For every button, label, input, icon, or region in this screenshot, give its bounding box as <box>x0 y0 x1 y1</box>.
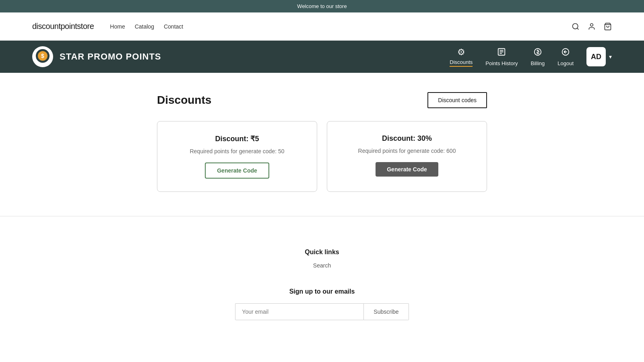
points-history-nav-label: Points History <box>485 60 518 66</box>
discounts-header: Discounts Discount codes <box>157 92 487 108</box>
promo-nav: ⚙ Discounts Points History <box>450 47 612 67</box>
billing-nav-item[interactable]: Billing <box>531 47 545 66</box>
signup-title: Sign up to our emails <box>32 288 612 295</box>
promo-bar-title: STAR PROMO POINTS <box>60 51 161 62</box>
catalog-link[interactable]: Catalog <box>135 23 154 30</box>
nav-icons <box>572 23 612 31</box>
main-nav: discountpointstore Home Catalog Contact <box>0 12 644 41</box>
logout-nav-item[interactable]: Logout <box>557 47 574 66</box>
svg-point-0 <box>573 23 578 29</box>
discount-card-5: Discount: ₹5 Required points for generat… <box>157 121 317 192</box>
quick-links-title: Quick links <box>32 249 612 256</box>
nav-left: discountpointstore Home Catalog Contact <box>32 22 183 31</box>
logout-icon <box>561 47 570 59</box>
avatar: AD <box>586 47 606 66</box>
nav-links: Home Catalog Contact <box>110 23 183 30</box>
discount-cards: Discount: ₹5 Required points for generat… <box>157 121 487 192</box>
discount-card-5-title: Discount: ₹5 <box>215 134 259 143</box>
discounts-nav-item[interactable]: ⚙ Discounts <box>450 47 473 67</box>
home-link[interactable]: Home <box>110 23 125 30</box>
site-title: discountpointstore <box>32 22 94 31</box>
content-divider <box>0 216 644 216</box>
logout-nav-label: Logout <box>557 60 574 66</box>
announcement-bar: Welcome to our store <box>0 0 644 12</box>
account-button[interactable] <box>588 23 596 31</box>
email-input[interactable] <box>235 303 364 320</box>
announcement-text: Welcome to our store <box>297 3 347 9</box>
discount-card-30-title: Discount: 30% <box>382 134 432 143</box>
discount-card-5-subtitle: Required points for generate code: 50 <box>190 148 284 154</box>
discounts-nav-label: Discounts <box>450 59 473 65</box>
points-history-icon <box>497 47 506 59</box>
points-history-nav-item[interactable]: Points History <box>485 47 518 66</box>
email-form: Subscribe <box>32 303 612 320</box>
contact-link[interactable]: Contact <box>164 23 183 30</box>
generate-code-30-button[interactable]: Generate Code <box>376 162 438 177</box>
discounts-icon: ⚙ <box>457 47 465 58</box>
cart-button[interactable] <box>604 23 612 31</box>
discounts-title: Discounts <box>157 94 211 107</box>
search-button[interactable] <box>572 23 580 31</box>
svg-text:$: $ <box>41 53 44 59</box>
discount-card-30: Discount: 30% Required points for genera… <box>327 121 487 192</box>
discount-card-30-subtitle: Required points for generate code: 600 <box>358 148 456 154</box>
subscribe-button[interactable]: Subscribe <box>364 303 409 320</box>
billing-nav-label: Billing <box>531 60 545 66</box>
svg-point-2 <box>590 23 593 26</box>
footer: Quick links Search Sign up to our emails… <box>0 232 644 344</box>
content-area: Discounts Discount codes Discount: ₹5 Re… <box>141 73 503 216</box>
avatar-wrap[interactable]: AD ▾ <box>586 47 612 66</box>
discount-codes-button[interactable]: Discount codes <box>427 92 487 108</box>
svg-line-1 <box>577 28 579 29</box>
avatar-chevron-icon: ▾ <box>609 53 612 60</box>
footer-search-link[interactable]: Search <box>32 262 612 269</box>
promo-brand: $ STAR PROMO POINTS <box>32 46 161 67</box>
promo-bar: $ STAR PROMO POINTS ⚙ Discounts Points H… <box>0 41 644 73</box>
promo-logo: $ <box>32 46 53 67</box>
billing-icon <box>533 47 542 59</box>
generate-code-5-button[interactable]: Generate Code <box>205 162 269 179</box>
